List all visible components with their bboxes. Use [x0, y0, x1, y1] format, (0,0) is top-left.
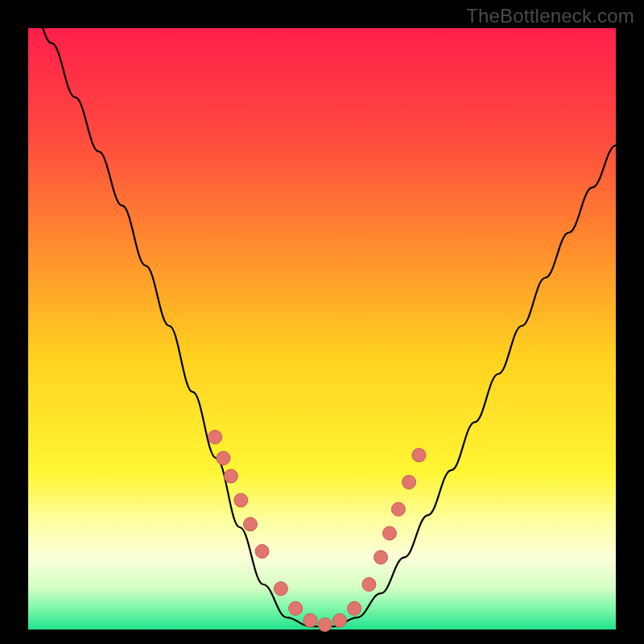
curve-dot — [243, 518, 257, 531]
curve-dot — [217, 452, 230, 465]
bottleneck-curve — [28, 0, 616, 626]
curve-dot — [348, 601, 361, 615]
chart-frame: TheBottleneck.com — [0, 0, 644, 644]
curve-dot — [303, 613, 317, 627]
curve-dot — [391, 502, 405, 516]
curve-dot — [208, 430, 222, 444]
curve-dot — [374, 551, 388, 564]
curve-dot — [362, 577, 376, 591]
curve-dot — [289, 601, 303, 615]
curve-dots-group — [208, 430, 426, 631]
watermark-text: TheBottleneck.com — [466, 5, 634, 27]
curve-dot — [402, 475, 416, 489]
curve-dot — [234, 493, 248, 507]
curve-dot — [274, 582, 287, 596]
curve-dot — [412, 448, 426, 462]
curve-dot — [318, 618, 332, 632]
curve-dot — [332, 613, 346, 627]
chart-svg — [28, 28, 616, 630]
curve-dot — [382, 526, 396, 540]
chart-plot-area — [28, 28, 616, 630]
curve-dot — [255, 544, 269, 558]
curve-dot — [224, 469, 237, 483]
